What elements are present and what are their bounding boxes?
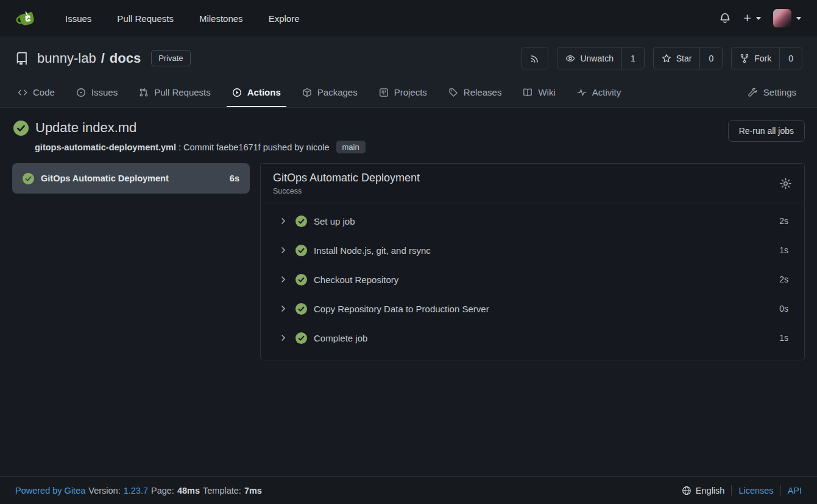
steps-list: Set up job 2s Install Node.js, git, and … xyxy=(261,203,804,360)
run-body: GitOps Automatic Deployment 6s GitOps Au… xyxy=(12,163,805,360)
step-row[interactable]: Install Node.js, git, and rsync 1s xyxy=(261,236,804,265)
user-menu-button[interactable] xyxy=(773,9,801,27)
branch-badge[interactable]: main xyxy=(336,141,366,153)
notifications-button[interactable] xyxy=(719,12,731,24)
tab-label: Projects xyxy=(394,87,427,97)
forks-count[interactable]: 0 xyxy=(779,47,802,69)
top-nav: Issues Pull Requests Milestones Explore … xyxy=(0,0,817,37)
create-new-button[interactable]: + xyxy=(743,12,761,25)
success-check-icon xyxy=(13,121,29,136)
unwatch-label: Unwatch xyxy=(580,54,613,63)
chevron-down-icon xyxy=(756,17,761,20)
step-duration: 1s xyxy=(779,245,788,255)
panel-title: GitOps Automatic Deployment xyxy=(273,172,420,184)
tab-packages[interactable]: Packages xyxy=(293,77,367,107)
job-detail-panel: GitOps Automatic Deployment Success xyxy=(260,163,805,360)
nav-item-issues[interactable]: Issues xyxy=(52,13,104,24)
page-time: 48ms xyxy=(177,486,200,495)
tab-label: Settings xyxy=(763,87,796,97)
repo-icon xyxy=(15,51,29,66)
repo-title-row: bunny-lab / docs Private xyxy=(0,37,817,77)
gitea-logo-icon[interactable] xyxy=(16,7,38,29)
star-button[interactable]: Star xyxy=(654,47,700,69)
footer-left: Powered by Gitea Version: 1.23.7 Page: 4… xyxy=(15,486,262,495)
avatar xyxy=(773,9,791,27)
run-title-block: Update index.md gitops-automatic-deploym… xyxy=(13,120,366,153)
private-badge: Private xyxy=(151,50,190,66)
tab-releases[interactable]: Releases xyxy=(439,77,511,107)
version-link[interactable]: 1.23.7 xyxy=(124,486,148,495)
watch-button-group: Unwatch 1 xyxy=(557,47,644,69)
step-row[interactable]: Complete job 1s xyxy=(261,323,804,352)
tab-label: Issues xyxy=(91,87,118,97)
play-circle-icon xyxy=(232,88,242,97)
tab-projects[interactable]: Projects xyxy=(370,77,436,107)
chevron-right-icon xyxy=(279,217,288,225)
watchers-count[interactable]: 1 xyxy=(621,47,644,69)
step-name: Checkout Repository xyxy=(314,275,398,285)
tab-label: Releases xyxy=(464,87,502,97)
run-title: Update index.md xyxy=(35,120,136,136)
unwatch-button[interactable]: Unwatch xyxy=(557,47,621,69)
nav-left: Issues Pull Requests Milestones Explore xyxy=(16,7,312,29)
star-label: Star xyxy=(676,54,692,63)
book-icon xyxy=(523,88,532,97)
plus-icon: + xyxy=(743,12,751,25)
globe-icon xyxy=(682,486,691,495)
run-header: Update index.md gitops-automatic-deploym… xyxy=(12,108,805,163)
star-icon xyxy=(662,54,671,63)
fork-button[interactable]: Fork xyxy=(732,47,779,69)
page: Issues Pull Requests Milestones Explore … xyxy=(0,0,817,504)
chevron-right-icon xyxy=(279,334,288,342)
chevron-right-icon xyxy=(279,304,288,313)
tab-label: Packages xyxy=(317,87,358,97)
repo-name-link[interactable]: docs xyxy=(110,51,141,66)
tab-label: Pull Requests xyxy=(154,87,211,97)
tab-pull-requests[interactable]: Pull Requests xyxy=(130,77,220,107)
step-row[interactable]: Checkout Repository 2s xyxy=(261,265,804,294)
step-row[interactable]: Set up job 2s xyxy=(261,206,804,236)
repo-separator: / xyxy=(101,51,105,66)
rerun-all-jobs-button[interactable]: Re-run all jobs xyxy=(728,120,805,142)
step-row[interactable]: Copy Repository Data to Production Serve… xyxy=(261,294,804,323)
step-duration: 2s xyxy=(779,216,788,226)
powered-by-gitea-link[interactable]: Powered by Gitea xyxy=(15,486,85,495)
job-item-selected[interactable]: GitOps Automatic Deployment 6s xyxy=(12,163,250,194)
template-label: Template: xyxy=(203,486,241,495)
star-button-group: Star 0 xyxy=(653,47,723,69)
tab-wiki[interactable]: Wiki xyxy=(514,77,564,107)
workflow-file[interactable]: gitops-automatic-deployment.yml xyxy=(35,142,176,152)
job-duration: 6s xyxy=(230,173,239,183)
pull-request-icon xyxy=(139,88,149,97)
tab-label: Activity xyxy=(592,87,621,97)
tools-icon xyxy=(748,88,758,97)
tab-issues[interactable]: Issues xyxy=(67,77,127,107)
pulse-icon xyxy=(577,88,587,97)
run-subtitle: gitops-automatic-deployment.yml : Commit… xyxy=(35,141,366,153)
footer-right: English Licenses API xyxy=(682,485,802,495)
repo-owner-link[interactable]: bunny-lab xyxy=(37,51,96,66)
nav-right: + xyxy=(719,9,801,27)
code-icon xyxy=(18,88,27,97)
nav-item-explore[interactable]: Explore xyxy=(256,13,313,24)
step-name: Set up job xyxy=(314,216,355,226)
licenses-link[interactable]: Licenses xyxy=(738,486,773,495)
panel-settings-button[interactable] xyxy=(779,177,792,190)
fork-icon xyxy=(740,54,749,63)
template-time: 7ms xyxy=(244,486,262,495)
project-board-icon xyxy=(379,88,389,97)
tab-label: Actions xyxy=(247,87,281,97)
bell-icon xyxy=(719,12,731,24)
nav-item-pull-requests[interactable]: Pull Requests xyxy=(104,13,186,24)
job-name: GitOps Automatic Deployment xyxy=(41,173,169,183)
rss-button[interactable] xyxy=(522,47,548,69)
tab-activity[interactable]: Activity xyxy=(568,77,631,107)
nav-item-milestones[interactable]: Milestones xyxy=(186,13,256,24)
tab-settings[interactable]: Settings xyxy=(739,77,805,107)
stars-count[interactable]: 0 xyxy=(699,47,722,69)
footer: Powered by Gitea Version: 1.23.7 Page: 4… xyxy=(0,476,817,504)
api-link[interactable]: API xyxy=(788,486,802,495)
tab-code[interactable]: Code xyxy=(9,77,64,107)
language-selector[interactable]: English xyxy=(682,486,725,495)
tab-actions[interactable]: Actions xyxy=(223,77,290,107)
